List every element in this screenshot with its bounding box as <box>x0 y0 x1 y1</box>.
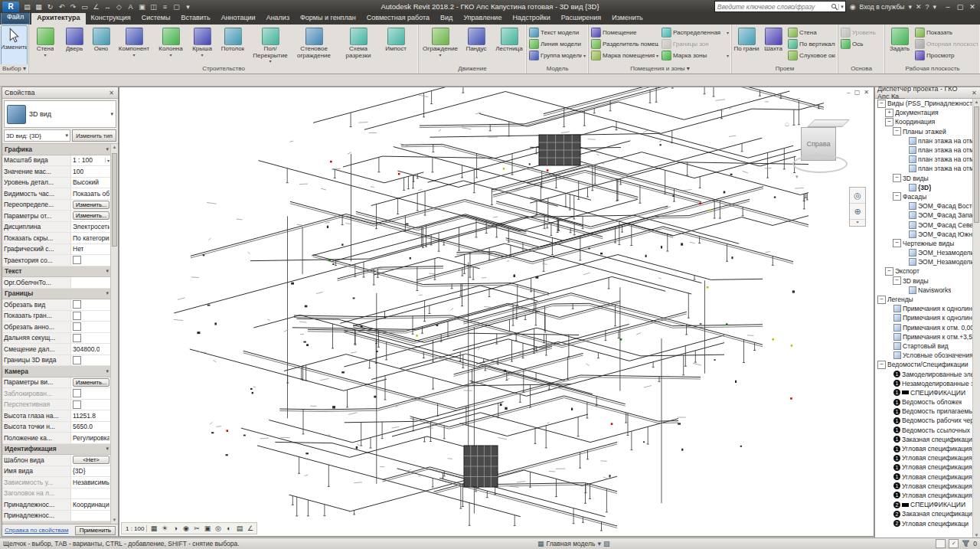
ribbon-button-Текст модели[interactable]: Текст модели <box>528 27 587 38</box>
tree-item[interactable]: ЭОМ_Фасад Южны <box>875 230 973 239</box>
property-edit-button[interactable]: Изменить... <box>73 211 109 220</box>
ribbon-button-Схема разрезки стены[interactable]: Схема разрезки стены <box>336 25 381 64</box>
press-drag-checkbox[interactable]: ✓ <box>949 539 959 548</box>
viewcube-compass[interactable] <box>792 155 848 173</box>
ribbon-button-Разделитель помещений[interactable]: Разделитель помещений <box>590 38 660 50</box>
property-value[interactable]: Высокий <box>71 178 111 188</box>
tree-item[interactable]: −Координация <box>875 117 973 126</box>
property-value[interactable]: Изменить... <box>71 200 111 211</box>
expander-icon[interactable]: − <box>893 276 901 285</box>
selection-filter-icon[interactable] <box>962 540 970 547</box>
tree-item[interactable]: 1Ведомость ссылочных <box>875 426 973 435</box>
customize-qat-icon[interactable]: ▾ <box>183 3 193 11</box>
property-checkbox[interactable] <box>73 389 81 397</box>
tree-item[interactable]: план этажа на отм. <box>875 155 973 164</box>
tab-Изменить[interactable]: Изменить <box>606 12 648 25</box>
property-value[interactable] <box>71 489 111 499</box>
property-value[interactable]: 304800.0 <box>71 344 111 355</box>
ribbon-button-Задать[interactable]: Задать <box>886 25 913 64</box>
search-dropdown-icon[interactable]: ▾ <box>838 4 845 10</box>
type-selector-dropdown-icon[interactable]: ▾ <box>110 111 113 117</box>
navbar-dropdown-icon[interactable]: ▾ <box>850 220 865 226</box>
expander-icon[interactable]: + <box>885 109 893 117</box>
view-cube[interactable]: ⌂ Справа ▾ <box>794 119 849 180</box>
tree-item[interactable]: −Ведомости/Спецификации <box>875 360 973 369</box>
property-value[interactable] <box>71 400 111 410</box>
ribbon-button-Дверь[interactable]: Дверь <box>60 25 88 64</box>
restore-button[interactable]: ▢ <box>956 3 965 11</box>
property-value[interactable]: 5650.0 <box>71 422 111 433</box>
search-input[interactable] <box>715 3 831 11</box>
ribbon-button-По грани[interactable]: По грани <box>733 25 760 64</box>
tree-item[interactable]: −Виды (PSS_Принадлежност <box>875 99 973 108</box>
tree-item[interactable]: Примечания к однолиней <box>875 304 973 313</box>
ribbon-button-Колонна[interactable]: Колонна▾ <box>154 25 188 64</box>
property-checkbox[interactable] <box>73 256 81 264</box>
tree-item[interactable]: 1Угловая спецификация <box>875 453 973 462</box>
ribbon-panel-label[interactable]: Помещения и зоны ▾ <box>589 64 731 74</box>
tree-item[interactable]: 2СПЕЦИФИКАЦИИ <box>875 500 973 509</box>
ribbon-button-Пол/Перекрытие[interactable]: Пол/Перекрытие▾ <box>249 25 292 64</box>
tree-item[interactable]: ЭОМ_Фасад Запад <box>875 211 973 220</box>
tree-item[interactable]: −Легенды <box>875 295 973 304</box>
viewcube-top-face[interactable] <box>807 119 850 127</box>
ribbon-button-Показать[interactable]: Показать <box>913 27 979 38</box>
properties-header[interactable]: Свойства ✕ <box>2 87 118 99</box>
tree-item[interactable]: план этажа на отм.0, <box>875 136 973 145</box>
shadows-icon[interactable]: ◑ <box>170 524 180 532</box>
tree-item[interactable]: план этажа на отм. <box>875 164 973 173</box>
expander-icon[interactable]: − <box>877 100 886 108</box>
tree-item[interactable]: ЭОМ_Фасад Север <box>875 220 973 229</box>
ribbon-button-Линия модели[interactable]: Линия модели <box>528 38 587 50</box>
scroll-up-icon[interactable]: ▲ <box>973 99 980 106</box>
property-section-header[interactable]: Идентификация▾ <box>2 444 111 456</box>
sync-icon[interactable]: ↻ <box>45 3 55 11</box>
property-checkbox[interactable] <box>73 300 81 309</box>
property-value[interactable]: Изменить... <box>71 377 111 388</box>
tree-item[interactable]: 1Угловая спецификация <box>875 482 973 491</box>
tab-Совместная работа[interactable]: Совместная работа <box>361 12 435 25</box>
expander-icon[interactable]: − <box>893 239 901 247</box>
undo-icon[interactable]: ↶ <box>57 3 67 11</box>
collapse-icon[interactable]: ▾ <box>106 146 109 152</box>
zoom-icon[interactable]: ⊕ <box>850 204 865 220</box>
ribbon-button-Слуховое окно[interactable]: Слуховое окно <box>786 50 837 61</box>
ribbon-button-Пандус[interactable]: Пандус <box>461 25 492 64</box>
thin-lines-icon[interactable]: ≡ <box>160 3 170 11</box>
tree-item[interactable]: 1Ведомость обложек <box>875 397 973 407</box>
collapse-icon[interactable]: ▾ <box>106 268 109 274</box>
ribbon-button-По вертикали[interactable]: По вертикали <box>786 38 837 50</box>
project-browser-header[interactable]: Диспетчер проекта - ГКО Апс Ка... ✕ <box>875 87 980 99</box>
property-value[interactable] <box>71 277 111 288</box>
steering-wheel-icon[interactable]: ◎ <box>850 188 865 204</box>
viewcube-menu-icon[interactable]: ▾ <box>795 174 849 180</box>
ribbon-panel-label[interactable]: Выбор ▾ <box>0 64 28 74</box>
ribbon-button-Стена[interactable]: Стена▾ <box>30 25 60 64</box>
property-value[interactable] <box>71 322 111 332</box>
instance-selector[interactable]: 3D вид: {3D}▾ <box>4 129 70 142</box>
view-restore-icon[interactable]: ▢ <box>854 89 861 96</box>
signin-label[interactable]: Вход в службы <box>860 3 905 11</box>
tab-Конструкция[interactable]: Конструкция <box>86 12 136 25</box>
tree-item[interactable]: −Планы этажей <box>875 127 973 136</box>
property-edit-button[interactable]: Изменить... <box>73 378 109 387</box>
project-browser-close-icon[interactable]: ✕ <box>971 90 978 96</box>
property-section-header[interactable]: Границы▾ <box>2 289 111 300</box>
property-value[interactable]: 100 <box>71 166 111 177</box>
sun-path-icon[interactable]: ☀ <box>159 524 169 532</box>
minimize-button[interactable]: – <box>943 3 952 11</box>
collapse-icon[interactable]: ▾ <box>106 368 109 374</box>
scroll-thumb[interactable] <box>974 106 979 223</box>
default-3d-view-icon[interactable]: ▣ <box>137 3 147 11</box>
property-edit-button[interactable]: <Нет> <box>73 456 109 464</box>
tree-item[interactable]: план этажа на отм. <box>875 145 973 155</box>
tree-item[interactable]: Примечания к отм.+3,500 <box>875 332 973 341</box>
tree-item[interactable]: Условные обозначения <box>875 351 973 360</box>
search-icon[interactable] <box>831 3 838 11</box>
tab-Аннотации[interactable]: Аннотации <box>216 12 261 25</box>
view-close-icon[interactable]: ✕ <box>864 89 869 96</box>
tab-Расширения[interactable]: Расширения <box>556 12 606 25</box>
close-button[interactable]: ✕ <box>968 3 977 11</box>
home-icon[interactable]: ⌂ <box>785 119 789 128</box>
analytical-model-icon[interactable]: ∠ <box>245 524 255 532</box>
